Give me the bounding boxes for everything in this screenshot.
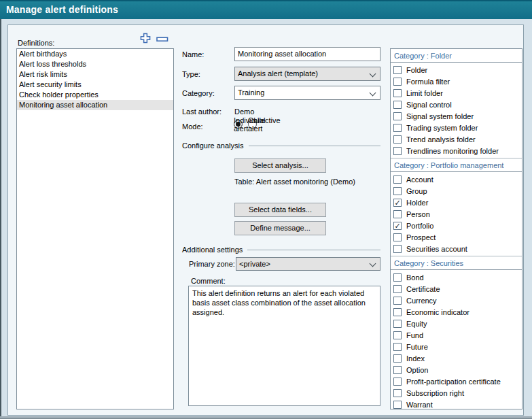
checkbox-icon[interactable] xyxy=(393,366,402,374)
checkbox-label: Holder xyxy=(406,199,428,207)
checkbox-item[interactable]: Trading system folder xyxy=(391,122,522,133)
category-header: Category : Portfolio management xyxy=(391,158,522,172)
checkbox-icon[interactable] xyxy=(393,401,402,409)
checkbox-item[interactable]: Trendlines monitoring folder xyxy=(391,145,522,156)
checkbox-label: Trendlines monitoring folder xyxy=(406,147,499,155)
checkbox-label: Trend analysis folder xyxy=(406,135,476,144)
checkbox-icon[interactable] xyxy=(393,331,402,339)
define-message-button[interactable]: Define message... xyxy=(234,221,326,235)
checkbox-icon[interactable] xyxy=(393,378,402,386)
checkbox-icon[interactable] xyxy=(393,285,402,293)
checkbox-item[interactable]: Subscription right xyxy=(391,387,522,399)
name-input[interactable]: Monitoring asset allocation xyxy=(234,47,380,61)
checkbox-icon[interactable] xyxy=(393,233,402,241)
checkbox-icon[interactable] xyxy=(393,389,402,397)
checkbox-label: Trading system folder xyxy=(406,124,478,132)
checkbox-item[interactable]: Prospect xyxy=(391,231,522,243)
checkbox-item[interactable]: Equity xyxy=(391,318,522,329)
category-group: BondCertificateCurrencyEconomic indicato… xyxy=(391,270,522,409)
checkbox-item[interactable]: Bond xyxy=(391,271,522,283)
checkbox-label: Signal system folder xyxy=(406,112,474,120)
checkbox-label: Group xyxy=(406,187,427,195)
list-item[interactable]: Check holder properties xyxy=(17,90,173,100)
checkbox-item[interactable]: ✓Portfolio xyxy=(391,220,522,231)
checkbox-item[interactable]: Group xyxy=(391,185,522,197)
name-label: Name: xyxy=(182,50,204,58)
checkbox-item[interactable]: Profit-participation certificate xyxy=(391,375,522,387)
checkbox-label: Securities account xyxy=(406,245,467,253)
checkbox-icon[interactable] xyxy=(393,112,402,120)
checkbox-icon[interactable] xyxy=(393,101,402,109)
list-item[interactable]: Alert security limits xyxy=(17,80,173,90)
checkbox-icon[interactable] xyxy=(393,297,402,305)
checkbox-label: Currency xyxy=(406,297,437,305)
checkbox-icon[interactable] xyxy=(393,124,402,132)
select-analysis-button[interactable]: Select analysis... xyxy=(234,158,326,173)
list-item[interactable]: Alert risk limits xyxy=(17,69,173,80)
checkbox-item[interactable]: Signal system folder xyxy=(391,110,522,122)
checkbox-label: Portfolio xyxy=(406,222,433,230)
checkbox-icon[interactable] xyxy=(393,354,402,363)
checkbox-label: Warrant xyxy=(406,401,433,409)
checkbox-item[interactable]: Warrant xyxy=(391,399,522,409)
window-titlebar: Manage alert definitions xyxy=(0,0,532,19)
checkbox-item[interactable]: Account xyxy=(391,173,522,185)
checkbox-label: Option xyxy=(406,366,428,374)
checkbox-item[interactable]: ✓Holder xyxy=(391,197,522,208)
category-header: Category : Securities xyxy=(391,256,522,270)
checkbox-item[interactable]: Signal control xyxy=(391,99,522,110)
select-data-fields-button[interactable]: Select data fields... xyxy=(234,203,326,217)
checkbox-icon[interactable] xyxy=(393,135,402,144)
checkbox-icon[interactable] xyxy=(393,273,402,282)
checkbox-item[interactable]: Future xyxy=(391,341,522,352)
mode-radio-option[interactable]: Individual alert xyxy=(234,120,243,129)
checkbox-icon[interactable] xyxy=(393,175,402,184)
checkbox-item[interactable]: Fund xyxy=(391,329,522,341)
definitions-list[interactable]: Alert birthdaysAlert loss thresholdsAler… xyxy=(16,48,174,409)
checkbox-item[interactable]: Index xyxy=(391,352,522,364)
mode-label: Mode: xyxy=(182,122,203,131)
category-group: FolderFormula filterLimit folderSignal c… xyxy=(391,63,522,158)
checkbox-icon[interactable] xyxy=(393,187,402,195)
checkbox-label: Person xyxy=(406,210,430,218)
last-author-value: Demo xyxy=(234,107,254,116)
checkbox-item[interactable]: Certificate xyxy=(391,283,522,295)
checkbox-checked-icon[interactable]: ✓ xyxy=(393,222,402,230)
checkbox-item[interactable]: Option xyxy=(391,364,522,375)
checkbox-item[interactable]: Person xyxy=(391,208,522,220)
checkbox-item[interactable]: Economic indicator xyxy=(391,306,522,318)
checkbox-label: Limit folder xyxy=(406,89,443,97)
checkbox-item[interactable]: Securities account xyxy=(391,243,522,254)
minus-icon xyxy=(156,37,169,42)
list-item[interactable]: Alert loss thresholds xyxy=(17,59,173,69)
checkbox-item[interactable]: Formula filter xyxy=(391,76,522,87)
mode-radio-option[interactable]: Collective alert xyxy=(248,120,257,129)
category-label: Category: xyxy=(182,89,215,97)
checkbox-icon[interactable] xyxy=(393,343,402,351)
checkbox-checked-icon[interactable]: ✓ xyxy=(393,199,402,207)
checkbox-icon[interactable] xyxy=(393,308,402,316)
checkbox-icon[interactable] xyxy=(393,66,402,74)
checkbox-item[interactable]: Folder xyxy=(391,64,522,76)
main-panel: Definitions: Alert birthdaysAlert loss t… xyxy=(7,24,524,416)
list-item[interactable]: Alert birthdays xyxy=(17,49,173,59)
checkbox-item[interactable]: Trend analysis folder xyxy=(391,133,522,145)
checkbox-label: Future xyxy=(406,343,428,351)
checkbox-icon[interactable] xyxy=(393,78,402,86)
checkbox-icon[interactable] xyxy=(393,245,402,253)
checkbox-icon[interactable] xyxy=(393,89,402,97)
list-item[interactable]: Monitoring asset allocation xyxy=(17,100,173,110)
checkbox-icon[interactable] xyxy=(393,147,402,155)
radio-label: Collective alert xyxy=(248,116,281,133)
category-select[interactable]: Training xyxy=(234,86,380,100)
checkbox-item[interactable]: Currency xyxy=(391,295,522,306)
type-select[interactable]: Analysis alert (template) xyxy=(234,67,380,81)
table-info-text: Table: Alert asset monitoring (Demo) xyxy=(234,178,355,186)
checkbox-item[interactable]: Limit folder xyxy=(391,87,522,99)
comment-textarea[interactable]: This alert definition returns an alert f… xyxy=(188,286,380,406)
checkbox-icon[interactable] xyxy=(393,320,402,328)
type-label: Type: xyxy=(182,70,200,78)
window-bottom-edge xyxy=(0,416,532,419)
primary-zone-select[interactable]: <private> xyxy=(236,257,380,271)
checkbox-icon[interactable] xyxy=(393,210,402,218)
